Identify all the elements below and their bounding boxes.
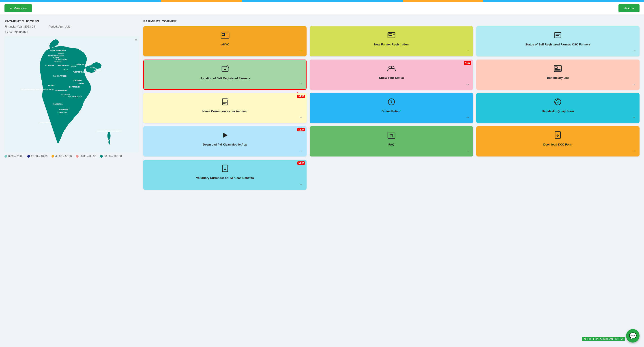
india-map: ≡ .state { fill: #00897b; stroke: #fff; … xyxy=(4,36,138,152)
or-label: Online Refund xyxy=(382,110,402,113)
card-helpdesk[interactable]: Helpdesk - Query Form → xyxy=(476,93,640,123)
legend-label-3: 60.00 – 80.00 xyxy=(80,155,96,158)
faq-arrow: → xyxy=(466,149,470,153)
svg-text:KARNATAKA: KARNATAKA xyxy=(54,103,63,105)
legend-dot-2 xyxy=(52,155,54,158)
svg-rect-36 xyxy=(222,33,224,36)
ekyc-arrow: → xyxy=(299,48,303,53)
progress-strip xyxy=(0,0,644,2)
legend-label-2: 40.00 – 60.00 xyxy=(55,155,72,158)
card-online-refund[interactable]: ₹ Online Refund → xyxy=(310,93,473,123)
previous-button[interactable]: ← Previous xyxy=(4,4,32,12)
top-bar: ← Previous Next → xyxy=(0,2,644,15)
svg-text:SIKKIM: SIKKIM xyxy=(71,65,76,67)
svg-text:LADAKH: LADAKH xyxy=(58,52,64,54)
card-faq[interactable]: ?! FAQ → xyxy=(310,126,473,156)
pmk-icon xyxy=(221,131,229,140)
legend-item-0: 0.00 – 20.00 xyxy=(4,155,23,158)
legend-dot-4 xyxy=(100,155,103,158)
progress-seg-5 xyxy=(483,0,644,2)
as-on: As on: 09/08/2023 xyxy=(4,30,138,34)
nc-arrow: → xyxy=(299,115,303,120)
svg-text:BIHAR: BIHAR xyxy=(63,69,68,70)
india-map-svg: .state { fill: #00897b; stroke: #fff; st… xyxy=(4,36,138,152)
card-updation-self-registered[interactable]: Updation of Self Registered Farmers → → xyxy=(143,60,306,90)
hd-label: Helpdesk - Query Form xyxy=(542,110,574,113)
faq-label: FAQ xyxy=(388,143,394,147)
card-ssr-content: Status of Self Registered Farmer/ CSC Fa… xyxy=(525,31,590,48)
svg-text:The Dadra and Nagar Haveli and: The Dadra and Nagar Haveli and Daman and… xyxy=(20,89,54,90)
bl-arrow: → xyxy=(632,82,636,87)
period: Period: April-July xyxy=(48,25,70,28)
card-ekyc[interactable]: e-KYC → xyxy=(143,26,306,56)
card-or-content: ₹ Online Refund xyxy=(382,98,402,115)
pmk-arrow: → xyxy=(299,149,303,153)
next-button[interactable]: Next → xyxy=(618,4,640,12)
svg-text:MADHYA PRADESH: MADHYA PRADESH xyxy=(53,75,67,77)
kcc-icon xyxy=(553,131,562,140)
card-download-pm-kisan[interactable]: NEW Download PM Kisan Mobile App → xyxy=(143,126,306,156)
svg-point-51 xyxy=(226,66,229,68)
card-name-correction[interactable]: NEW Name Correction as per Aadhaar → xyxy=(143,93,306,123)
map-legend: 0.00 – 20.00 20.00 – 40.00 40.00 – 60.00… xyxy=(4,155,138,158)
svg-text:UTTAR PRADESH: UTTAR PRADESH xyxy=(57,65,70,66)
svg-text:UTTARAKHAND: UTTARAKHAND xyxy=(56,59,67,60)
progress-seg-1 xyxy=(0,0,161,2)
progress-seg-2 xyxy=(161,0,242,2)
svg-text:JHARKHAND: JHARKHAND xyxy=(73,80,82,81)
card-hd-content: Helpdesk - Query Form xyxy=(542,98,574,115)
bl-label: Beneficiary List xyxy=(547,76,569,80)
card-download-kcc[interactable]: Download KCC Form → xyxy=(476,126,640,156)
usr-icon xyxy=(220,65,230,74)
map-menu-icon[interactable]: ≡ xyxy=(134,38,137,42)
card-kys-content: Know Your Status xyxy=(379,64,404,82)
ssr-label: Status of Self Registered Farmer/ CSC Fa… xyxy=(525,43,590,46)
kcc-arrow: → xyxy=(632,149,636,153)
card-usr-content: Updation of Self Registered Farmers xyxy=(200,65,250,82)
card-pmk-content: Download PM Kisan Mobile App xyxy=(203,131,247,149)
svg-text:ANDAMAN AND NICOBAR ISLANDS: ANDAMAN AND NICOBAR ISLANDS xyxy=(96,130,122,132)
ekyc-label: e-KYC xyxy=(220,43,229,46)
vs-arrow: → xyxy=(299,182,303,187)
card-kcc-content: Download KCC Form xyxy=(543,131,572,149)
svg-text:WEST BENGAL: WEST BENGAL xyxy=(74,71,84,73)
svg-point-67 xyxy=(558,104,558,104)
svg-text:ANDHRA PRADESH: ANDHRA PRADESH xyxy=(68,96,82,98)
kys-arrow: → xyxy=(466,82,470,87)
svg-text:CHHATTISGARH: CHHATTISGARH xyxy=(69,86,80,88)
kcc-label: Download KCC Form xyxy=(543,143,572,147)
legend-label-0: 0.00 – 20.00 xyxy=(8,155,23,158)
legend-label-4: 80.00 – 100.00 xyxy=(104,155,122,158)
legend-dot-0 xyxy=(4,155,7,158)
new-badge-vs: NEW xyxy=(297,162,305,165)
ssr-icon xyxy=(553,31,562,40)
card-faq-content: ?! FAQ xyxy=(387,131,396,149)
svg-text:MAHARASHTRA: MAHARASHTRA xyxy=(55,90,67,91)
main-content: PAYMENT SUCCESS Financial Year: 2023-24 … xyxy=(0,15,644,194)
svg-text:₹: ₹ xyxy=(390,100,392,104)
nc-icon xyxy=(220,98,230,107)
legend-dot-3 xyxy=(76,155,78,158)
pmk-label: Download PM Kisan Mobile App xyxy=(203,143,247,147)
svg-text:MIZORAM: MIZORAM xyxy=(92,72,99,74)
card-beneficiary-list[interactable]: Beneficiary List → xyxy=(476,60,640,90)
hd-icon xyxy=(553,98,562,107)
svg-text:TELANGANA: TELANGANA xyxy=(61,94,70,96)
financial-year: Financial Year: 2023-24 xyxy=(4,25,35,28)
kys-label: Know Your Status xyxy=(379,76,404,80)
svg-rect-55 xyxy=(555,67,557,68)
ssr-arrow: → xyxy=(632,48,636,53)
nfr-icon xyxy=(387,31,396,40)
card-new-farmer-registration[interactable]: New Farmer Registration → xyxy=(310,26,473,56)
card-nc-content: Name Correction as per Aadhaar xyxy=(202,98,248,115)
kys-icon xyxy=(386,64,396,74)
nfr-arrow: → xyxy=(466,48,470,53)
card-know-your-status[interactable]: NEW Know Your Status → xyxy=(310,60,473,90)
svg-text:ODISHA: ODISHA xyxy=(78,82,84,84)
card-status-self-registered[interactable]: Status of Self Registered Farmer/ CSC Fa… xyxy=(476,26,640,56)
svg-rect-41 xyxy=(389,33,392,36)
card-ekyc-content: e-KYC xyxy=(220,31,230,48)
card-voluntary-surrender[interactable]: NEW Voluntary Surrender of PM Kisan Bene… xyxy=(143,160,306,190)
legend-item-4: 80.00 – 100.00 xyxy=(100,155,122,158)
card-vs-content: Voluntary Surrender of PM Kisan Benefits xyxy=(196,164,254,182)
